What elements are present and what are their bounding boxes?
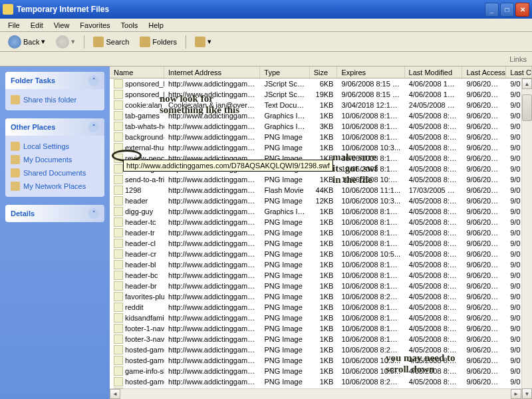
cell-size: 1KB [310, 217, 338, 227]
file-row[interactable]: reddithttp://www.addictinggames.co...PNG… [110, 302, 532, 313]
search-button[interactable]: Search [89, 35, 133, 49]
scroll-left-button[interactable]: ◄ [110, 389, 120, 399]
views-button[interactable]: ▾ [191, 35, 215, 49]
vertical-scrollbar[interactable]: ▲ ▼ [521, 78, 532, 399]
file-row[interactable]: hosted-game-i...http://www.addictinggame… [110, 376, 532, 387]
file-row[interactable]: cookie:alan & j...Cookie:alan & jan@over… [110, 100, 532, 110]
col-modified[interactable]: Last Modified [405, 66, 463, 78]
file-row[interactable]: headerhttp://www.addictinggames.co...PNG… [110, 196, 532, 206]
cell-addr: http://www.addictinggames.co... [164, 324, 260, 333]
file-row[interactable]: game-info-sha...http://www.addictinggame… [110, 366, 532, 376]
cell-modified: 4/05/2008 8:14 ... [405, 281, 463, 291]
col-lastch[interactable]: Last Ch [506, 66, 532, 78]
cell-modified: 24/05/2008 4:33 ... [405, 100, 463, 110]
file-row[interactable]: header-blhttp://www.addictinggames.co...… [110, 259, 532, 270]
file-row[interactable]: background-gr...http://www.addictinggame… [110, 132, 532, 142]
file-row[interactable]: sponsored_lnk...http://www.addictinggame… [110, 78, 532, 89]
cell-modified: 4/06/2008 12:00 ... [405, 90, 463, 99]
file-row[interactable]: header-bchttp://www.addictinggames.co...… [110, 270, 532, 281]
cell-modified: 4/05/2008 8:14 ... [405, 303, 463, 312]
cell-type: PNG Image [260, 334, 309, 344]
scroll-down-button[interactable]: ▼ [522, 388, 532, 399]
scroll-right-button[interactable]: ► [511, 389, 521, 399]
file-row[interactable]: header-tchttp://www.addictinggames.co...… [110, 217, 532, 227]
cell-type: PNG Image [260, 249, 309, 259]
col-accessed[interactable]: Last Accessed ▼ [462, 66, 506, 78]
cell-accessed: 9/06/2008 4:34 p [462, 356, 506, 365]
maximize-button[interactable]: □ [500, 3, 514, 17]
file-row[interactable]: tab-whats-hot...http://www.addictinggame… [110, 121, 532, 132]
file-row[interactable]: favorites-plus-...http://www.addictingga… [110, 291, 532, 302]
cell-modified: 4/05/2008 8:14 ... [405, 132, 463, 142]
file-rows[interactable]: ▲ ▼ sponsored_lnk...http://www.addicting… [110, 78, 532, 399]
cell-size: 12KB [310, 196, 338, 205]
file-icon [114, 271, 123, 280]
place-label: Shared Documents [23, 169, 86, 177]
panel-head-folder-tasks[interactable]: Folder Tasks ˄ [5, 72, 104, 89]
menu-help[interactable]: Help [143, 20, 169, 31]
minimize-button[interactable]: _ [485, 3, 499, 17]
share-folder-link[interactable]: Share this folder [11, 93, 99, 106]
file-row[interactable]: tab-gameshttp://www.addictinggames.co...… [110, 110, 532, 121]
file-row[interactable]: footer-3-nav-sephttp://www.addictinggame… [110, 334, 532, 344]
cell-size: 1KB [310, 207, 338, 216]
file-row[interactable]: hosted-game-i...http://www.addictinggame… [110, 344, 532, 355]
cell-expires: 10/06/2008 10:3... [337, 143, 404, 152]
file-row[interactable]: header-brhttp://www.addictinggames.co...… [110, 281, 532, 291]
cell-expires: 10/06/2008 8:14 ... [337, 154, 404, 163]
file-row[interactable]: header-trhttp://www.addictinggames.co...… [110, 227, 532, 238]
col-expires[interactable]: Expires [337, 66, 404, 78]
folder-icon [3, 4, 13, 15]
cell-addr: http://www.addictinggames.co... [164, 366, 260, 376]
folders-button[interactable]: Folders [136, 35, 181, 49]
cell-accessed: 9/06/2008 4:34 p [462, 249, 506, 259]
cell-name: digg-guy [110, 206, 164, 217]
file-row[interactable]: kidsandfamilyhttp://www.addictinggames.c… [110, 313, 532, 323]
cell-addr: http://www.addictinggames.co... [164, 356, 260, 365]
file-row[interactable]: hosted-game-i...http://www.addictinggame… [110, 355, 532, 366]
sidebar-place-link[interactable]: My Documents [11, 153, 99, 166]
cell-name: sponsored_lnk... [110, 89, 164, 100]
cell-type: PNG Image [260, 281, 309, 291]
cell-expires: 10/06/2008 8:14 ... [337, 122, 404, 131]
close-button[interactable]: ✕ [515, 3, 529, 17]
sidebar-place-link[interactable]: Shared Documents [11, 166, 99, 180]
cell-name: kidsandfamily [110, 313, 164, 323]
file-row[interactable]: sponsored_lnk...http://www.addictinggame… [110, 89, 532, 100]
cell-modified: 4/05/2008 8:14 ... [405, 377, 463, 386]
file-icon [114, 132, 123, 142]
scroll-thumb[interactable] [522, 94, 532, 121]
file-row[interactable]: header-clhttp://www.addictinggames.co...… [110, 238, 532, 249]
horizontal-scrollbar[interactable]: ◄ ► [110, 388, 521, 399]
menu-edit[interactable]: Edit [25, 20, 49, 31]
file-row[interactable]: header-crhttp://www.addictinggames.co...… [110, 249, 532, 259]
menu-tools[interactable]: Tools [116, 20, 144, 31]
back-button[interactable]: Back ▾ [4, 33, 49, 51]
menu-file[interactable]: File [3, 20, 25, 31]
links-label[interactable]: Links [509, 55, 527, 63]
menu-favorites[interactable]: Favorites [74, 20, 115, 31]
file-row[interactable]: footer-1-nav-sephttp://www.addictinggame… [110, 323, 532, 334]
scroll-up-button[interactable]: ▲ [522, 78, 532, 89]
window-title: Temporary Internet Files [17, 5, 485, 14]
panel-head-other-places[interactable]: Other Places ˄ [5, 118, 104, 136]
cell-expires: 10/06/2008 10:3... [337, 356, 404, 365]
sidebar-place-link[interactable]: My Network Places [11, 180, 99, 193]
panel-head-details[interactable]: Details ˅ [5, 205, 104, 222]
cell-type: PNG Image [260, 303, 309, 312]
file-row[interactable]: digg-guyhttp://www.addictinggames.co...G… [110, 206, 532, 217]
cell-addr: http://www.addictinggames.co... [164, 249, 260, 259]
chevron-up-icon: ˄ [88, 122, 99, 132]
file-row[interactable]: send-to-a-friendhttp://www.addictinggame… [110, 174, 532, 185]
col-name[interactable]: Name [110, 66, 164, 78]
col-type[interactable]: Type [260, 66, 309, 78]
col-size[interactable]: Size [310, 66, 338, 78]
col-address[interactable]: Internet Address [164, 66, 260, 78]
cell-expires: 10/06/2008 8:14 ... [337, 207, 404, 216]
file-row[interactable]: external-thum...http://www.addictinggame… [110, 142, 532, 153]
menu-view[interactable]: View [49, 20, 75, 31]
back-icon [8, 35, 21, 49]
file-row[interactable]: 1298http://www.addictinggames.co...Flash… [110, 185, 532, 196]
cell-type: PNG Image [260, 143, 309, 152]
sidebar-place-link[interactable]: Local Settings [11, 140, 99, 153]
